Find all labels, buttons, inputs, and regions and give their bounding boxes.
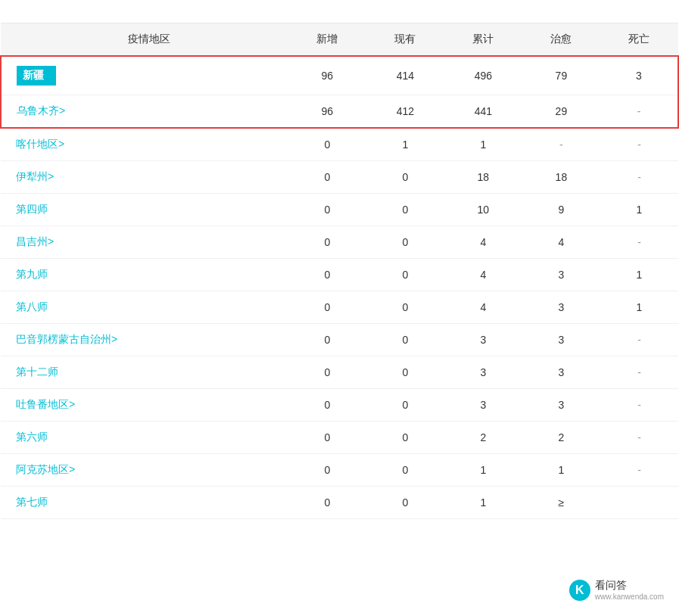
leiji-cell: 2 xyxy=(444,422,522,454)
xinzeng-cell: 0 xyxy=(288,324,366,356)
col-header-zhiyu: 治愈 xyxy=(522,23,600,57)
region-cell[interactable]: 昌吉州> xyxy=(1,226,288,259)
xinzeng-cell: 0 xyxy=(288,291,366,324)
zhiyu-cell: 3 xyxy=(522,389,600,422)
siwang-cell: 1 xyxy=(600,259,678,291)
region-highlight-label: 新疆 xyxy=(17,66,56,86)
zhiyu-cell: 79 xyxy=(522,56,600,95)
leiji-cell: 441 xyxy=(444,95,522,129)
region-link-label[interactable]: 巴音郭楞蒙古自治州> xyxy=(16,333,117,345)
siwang-cell: - xyxy=(600,356,678,389)
xinzeng-cell: 0 xyxy=(288,487,366,519)
xianyou-cell: 414 xyxy=(366,56,444,95)
table-row: 阿克苏地区>0011- xyxy=(1,454,678,487)
leiji-cell: 4 xyxy=(444,259,522,291)
xianyou-cell: 0 xyxy=(366,356,444,389)
region-cell: 新疆 xyxy=(1,56,288,95)
notice-text xyxy=(0,8,679,23)
xinzeng-cell: 96 xyxy=(288,56,366,95)
siwang-cell: - xyxy=(600,389,678,422)
xinzeng-cell: 0 xyxy=(288,226,366,259)
region-cell[interactable]: 巴音郭楞蒙古自治州> xyxy=(1,324,288,356)
table-row: 昌吉州>0044- xyxy=(1,226,678,259)
col-header-xinzeng: 新增 xyxy=(288,23,366,57)
xianyou-cell: 412 xyxy=(366,95,444,129)
leiji-cell: 18 xyxy=(444,161,522,194)
xinzeng-cell: 0 xyxy=(288,128,366,161)
zhiyu-cell: 3 xyxy=(522,259,600,291)
leiji-cell: 1 xyxy=(444,454,522,487)
watermark-logo: K xyxy=(569,580,590,601)
table-row: 伊犁州>001818- xyxy=(1,161,678,194)
region-cell[interactable]: 乌鲁木齐> xyxy=(1,95,288,129)
zhiyu-cell: 1 xyxy=(522,454,600,487)
watermark-name: 看问答 xyxy=(595,579,627,591)
col-header-region: 疫情地区 xyxy=(1,23,288,57)
table-row: 吐鲁番地区>0033- xyxy=(1,389,678,422)
xianyou-cell: 0 xyxy=(366,194,444,226)
xinzeng-cell: 0 xyxy=(288,259,366,291)
col-header-xianyou: 现有 xyxy=(366,23,444,57)
leiji-cell: 1 xyxy=(444,128,522,161)
region-cell: 第九师 xyxy=(1,259,288,291)
zhiyu-cell: 9 xyxy=(522,194,600,226)
region-link-label[interactable]: 昌吉州> xyxy=(16,235,54,247)
watermark: K 看问答 www.kanwenda.com xyxy=(569,579,664,601)
table-row: 第十二师0033- xyxy=(1,356,678,389)
xianyou-cell: 0 xyxy=(366,422,444,454)
siwang-cell: - xyxy=(600,95,678,129)
region-cell[interactable]: 伊犁州> xyxy=(1,161,288,194)
region-link-label[interactable]: 阿克苏地区> xyxy=(16,463,75,475)
siwang-cell: - xyxy=(600,324,678,356)
leiji-cell: 3 xyxy=(444,324,522,356)
table-row: 第四师001091 xyxy=(1,194,678,226)
table-row: 新疆96414496793 xyxy=(1,56,678,95)
table-row: 巴音郭楞蒙古自治州>0033- xyxy=(1,324,678,356)
leiji-cell: 1 xyxy=(444,487,522,519)
region-cell[interactable]: 喀什地区> xyxy=(1,128,288,161)
col-header-siwang: 死亡 xyxy=(600,23,678,57)
xianyou-cell: 0 xyxy=(366,259,444,291)
xinzeng-cell: 0 xyxy=(288,389,366,422)
zhiyu-cell: 18 xyxy=(522,161,600,194)
leiji-cell: 4 xyxy=(444,226,522,259)
region-cell: 第八师 xyxy=(1,291,288,324)
leiji-cell: 3 xyxy=(444,389,522,422)
zhiyu-cell: 3 xyxy=(522,324,600,356)
region-link-label[interactable]: 吐鲁番地区> xyxy=(16,398,75,410)
xinzeng-cell: 0 xyxy=(288,194,366,226)
siwang-cell: 1 xyxy=(600,194,678,226)
zhiyu-cell: 29 xyxy=(522,95,600,129)
leiji-cell: 4 xyxy=(444,291,522,324)
xianyou-cell: 0 xyxy=(366,389,444,422)
region-cell[interactable]: 阿克苏地区> xyxy=(1,454,288,487)
xianyou-cell: 0 xyxy=(366,161,444,194)
xianyou-cell: 0 xyxy=(366,487,444,519)
xianyou-cell: 0 xyxy=(366,291,444,324)
table-body: 新疆96414496793乌鲁木齐>9641244129-喀什地区>011--伊… xyxy=(1,56,678,519)
xinzeng-cell: 0 xyxy=(288,422,366,454)
zhiyu-cell: - xyxy=(522,128,600,161)
region-link-label[interactable]: 喀什地区> xyxy=(16,138,64,150)
region-link-label[interactable]: 乌鲁木齐> xyxy=(17,104,65,117)
siwang-cell: - xyxy=(600,454,678,487)
xianyou-cell: 1 xyxy=(366,128,444,161)
zhiyu-cell: 2 xyxy=(522,422,600,454)
leiji-cell: 3 xyxy=(444,356,522,389)
region-cell[interactable]: 吐鲁番地区> xyxy=(1,389,288,422)
leiji-cell: 496 xyxy=(444,56,522,95)
xianyou-cell: 0 xyxy=(366,324,444,356)
region-link-label[interactable]: 伊犁州> xyxy=(16,170,54,182)
zhiyu-cell: 3 xyxy=(522,356,600,389)
table-row: 第六师0022- xyxy=(1,422,678,454)
region-cell: 第七师 xyxy=(1,487,288,519)
col-header-leiji: 累计 xyxy=(444,23,522,57)
region-cell: 第六师 xyxy=(1,422,288,454)
table-header: 疫情地区 新增 现有 累计 治愈 死亡 xyxy=(1,23,678,57)
region-cell: 第四师 xyxy=(1,194,288,226)
table-row: 第九师00431 xyxy=(1,259,678,291)
table-row: 乌鲁木齐>9641244129- xyxy=(1,95,678,129)
siwang-cell: 1 xyxy=(600,291,678,324)
zhiyu-cell: ≥ xyxy=(522,487,600,519)
siwang-cell: - xyxy=(600,161,678,194)
